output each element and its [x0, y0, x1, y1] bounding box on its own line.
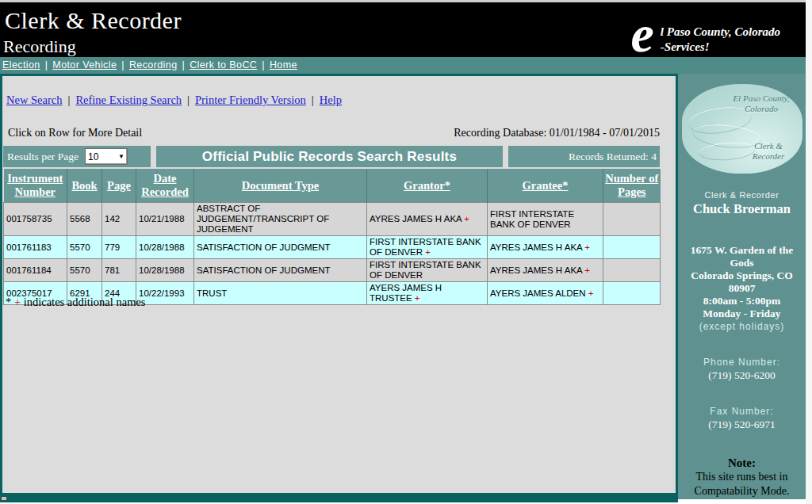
column-header-grantor-[interactable]: Grantor* [367, 169, 488, 203]
info-row: Click on Row for More Detail Recording D… [8, 127, 660, 139]
additional-names-plus: + [462, 214, 469, 223]
cell-grantee: AYERS JAMES ALDEN + [488, 282, 603, 305]
nav-link-home[interactable]: Home [270, 59, 297, 71]
phone-number: (719) 520-6200 [678, 369, 806, 382]
toolbar-link-printer-friendly-version[interactable]: Printer Friendly Version [195, 94, 306, 106]
cell-grantee: AYRES JAMES H AKA + [488, 236, 603, 259]
sidebar-official-name: Chuck Broerman [678, 201, 806, 217]
address-line2: Colorado Springs, CO 80907 [678, 269, 806, 295]
legend-plus: + [14, 296, 21, 308]
cell-number-of-pages [603, 282, 661, 305]
cell-page: 781 [102, 259, 136, 282]
cell-page: 779 [102, 236, 136, 259]
note-line1: This site runs best in [678, 470, 806, 484]
table-row[interactable]: 001758735556814210/21/1988ABSTRACT OF JU… [4, 203, 661, 236]
nav-link-motor-vehicle[interactable]: Motor Vehicle [52, 59, 117, 71]
separator: | [306, 94, 320, 106]
county-seal-image: El Paso County, Colorado Clerk & Recorde… [682, 84, 802, 174]
fax-number: (719) 520-6971 [678, 418, 806, 431]
records-returned-count: Records Returned: 4 [508, 146, 660, 167]
cell-instrument-number: 001761183 [4, 236, 67, 259]
separator: | [182, 94, 195, 106]
cell-date-recorded: 10/21/1988 [136, 203, 194, 236]
cell-book: 5570 [67, 259, 102, 282]
sidebar-address: 1675 W. Garden of the Gods Colorado Spri… [678, 244, 806, 333]
holidays-note: (except holidays) [678, 320, 806, 333]
separator: | [178, 59, 190, 71]
eservices-e-icon: e [631, 13, 654, 55]
cell-document-type: TRUST [194, 282, 367, 305]
toolbar-link-help[interactable]: Help [320, 94, 342, 106]
cell-grantor: AYRES JAMES H AKA + [367, 203, 488, 236]
column-header-date-recorded[interactable]: Date Recorded [136, 169, 194, 203]
cell-document-type: SATISFACTION OF JUDGMENT [194, 259, 367, 282]
masthead: Clerk & Recorder Recording e l Paso Coun… [0, 2, 806, 57]
nav-link-clerk-to-bocc[interactable]: Clerk to BoCC [190, 59, 257, 71]
nav-link-election[interactable]: Election [2, 59, 40, 71]
address-line1: 1675 W. Garden of the Gods [678, 244, 806, 269]
results-bar: Results per Page 10 ▼ Official Public Re… [3, 146, 660, 167]
cell-number-of-pages [603, 259, 661, 282]
cell-grantee: AYRES JAMES H AKA + [488, 259, 603, 282]
row-detail-hint: Click on Row for More Detail [8, 127, 142, 139]
column-header-document-type[interactable]: Document Type [194, 169, 367, 203]
separator: | [40, 59, 53, 71]
column-header-book[interactable]: Book [67, 169, 102, 203]
results-table: Instrument NumberBookPageDate RecordedDo… [3, 169, 661, 305]
cell-instrument-number: 001758735 [4, 203, 67, 236]
cell-grantor: FIRST INTERSTATE BANK OF DENVER [367, 259, 488, 282]
additional-names-plus: + [582, 242, 590, 252]
site-title: Clerk & Recorder [5, 7, 182, 34]
separator: | [117, 59, 129, 71]
cell-page: 142 [102, 203, 136, 236]
plus-legend: * + indicates additional names [6, 296, 146, 309]
cell-grantor: AYERS JAMES H TRUSTEE + [367, 282, 488, 305]
additional-names-plus: + [423, 247, 431, 257]
eservices-line1: l Paso County, Colorado [661, 25, 780, 38]
search-toolbar: New Search|Refine Existing Search|Printe… [6, 94, 342, 107]
phone-label: Phone Number: [678, 357, 806, 368]
table-row[interactable]: 001761183557077910/28/1988SATISFACTION O… [4, 236, 661, 259]
results-per-page-select[interactable]: 10 ▼ [85, 148, 128, 165]
additional-names-plus: + [586, 288, 594, 298]
results-per-page: Results per Page 10 ▼ [3, 146, 151, 167]
cell-grantee: FIRST INTERSTATE BANK OF DENVER [488, 203, 603, 236]
column-header-instrument-number[interactable]: Instrument Number [4, 169, 67, 203]
legend-star: * [6, 296, 11, 308]
results-title: Official Public Records Search Results [156, 146, 503, 167]
cell-date-recorded: 10/28/1988 [136, 236, 194, 259]
seal-office-line1: Clerk & [754, 141, 783, 151]
page-right-margin [806, 0, 812, 504]
footer-bar [0, 495, 678, 502]
cell-document-type: ABSTRACT OF JUDGEMENT/TRANSCRIPT OF JUDG… [194, 203, 367, 236]
column-header-grantee-[interactable]: Grantee* [488, 169, 603, 203]
seal-office-line2: Recorder [753, 151, 785, 161]
table-row[interactable]: 001761184557078110/28/1988SATISFACTION O… [4, 259, 661, 282]
sidebar: El Paso County, Colorado Clerk & Recorde… [678, 74, 806, 499]
additional-names-plus: + [412, 293, 420, 303]
nav-link-recording[interactable]: Recording [129, 59, 178, 71]
note-line2: Compatability Mode. [678, 484, 806, 498]
results-per-page-label: Results per Page [7, 151, 79, 163]
toolbar-link-new-search[interactable]: New Search [6, 94, 62, 106]
toolbar-link-refine-existing-search[interactable]: Refine Existing Search [75, 94, 182, 106]
additional-names-plus: + [582, 265, 590, 275]
results-table-header: Instrument NumberBookPageDate RecordedDo… [4, 169, 661, 203]
results-per-page-value: 10 [88, 151, 98, 162]
note-text: This site runs best in Compatability Mod… [678, 470, 806, 498]
cell-document-type: SATISFACTION OF JUDGMENT [194, 236, 367, 259]
chevron-down-icon: ▼ [118, 154, 124, 160]
legend-text: indicates additional names [24, 296, 146, 308]
eservices-line2: -Services! [661, 40, 710, 53]
sidebar-office-label: Clerk & Recorder [678, 190, 806, 200]
results-panel: New Search|Refine Existing Search|Printe… [0, 74, 678, 495]
recording-database-range: Recording Database: 01/01/1984 - 07/01/2… [454, 127, 660, 139]
section-title: Recording [3, 36, 76, 57]
eservices-logo: e l Paso County, Colorado -Services! [631, 13, 780, 55]
cell-instrument-number: 001761184 [4, 259, 67, 282]
seal-county-line1: El Paso County, [733, 94, 789, 103]
column-header-page[interactable]: Page [102, 169, 136, 203]
office-hours: 8:00am - 5:00pm [678, 295, 806, 307]
note-title: Note: [678, 456, 806, 470]
column-header-number-of-pages[interactable]: Number of Pages [603, 169, 661, 203]
